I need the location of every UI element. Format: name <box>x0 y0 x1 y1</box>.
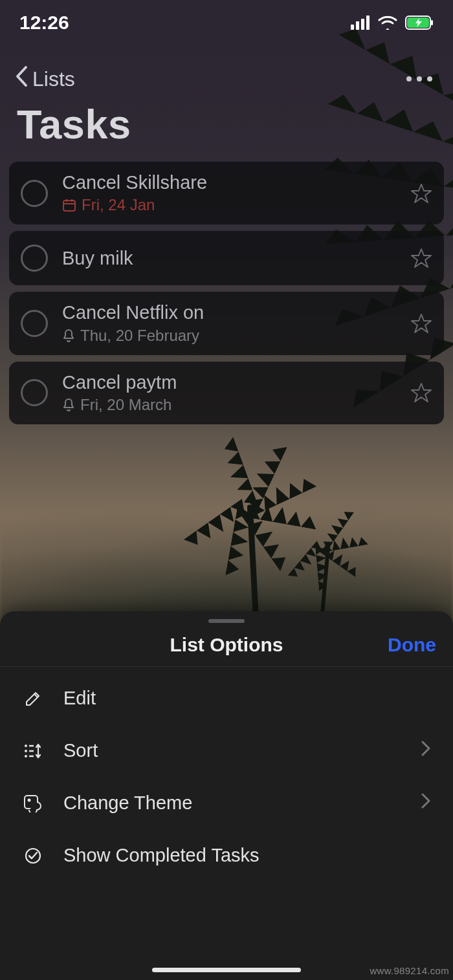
cellular-icon <box>351 16 370 30</box>
svg-rect-1 <box>356 21 359 30</box>
task-title: Cancel Skillshare <box>62 172 396 193</box>
nav-header: Lists <box>0 61 453 96</box>
page-title: Tasks <box>17 101 131 147</box>
sheet-item-label: Sort <box>63 740 401 761</box>
task-meta: Thu, 20 February <box>62 327 396 345</box>
chevron-right-icon <box>421 792 431 814</box>
task-date: Fri, 24 Jan <box>82 196 155 214</box>
dot-icon <box>406 76 412 82</box>
sheet-header: List Options Done <box>0 623 453 667</box>
app-screen: 12:26 Lists Tasks <box>0 0 453 980</box>
sheet-item-label: Change Theme <box>63 792 401 814</box>
sheet-item-show-completed[interactable]: Show Completed Tasks <box>0 829 453 882</box>
theme-icon <box>22 794 44 812</box>
svg-point-13 <box>25 750 27 752</box>
sheet-item-sort[interactable]: Sort <box>0 724 453 777</box>
done-button[interactable]: Done <box>388 634 436 656</box>
task-row[interactable]: Cancel paytm Fri, 20 March <box>9 362 444 424</box>
task-list: Cancel Skillshare Fri, 24 Jan Buy milk <box>9 162 444 424</box>
back-button[interactable]: Lists <box>14 65 75 93</box>
svg-rect-2 <box>361 19 364 30</box>
chevron-right-icon <box>421 740 431 761</box>
task-title: Cancel Netflix on <box>62 302 396 323</box>
status-time: 12:26 <box>19 12 69 34</box>
calendar-icon <box>62 198 76 212</box>
task-row[interactable]: Cancel Skillshare Fri, 24 Jan <box>9 162 444 224</box>
task-checkbox[interactable] <box>21 245 48 272</box>
bell-icon <box>62 398 75 412</box>
sheet-items: Edit Sort Change Theme <box>0 667 453 887</box>
pencil-icon <box>22 690 44 708</box>
star-button[interactable] <box>410 182 432 204</box>
chevron-left-icon <box>14 65 28 93</box>
bell-icon <box>62 329 75 343</box>
task-checkbox[interactable] <box>21 379 48 406</box>
task-meta: Fri, 24 Jan <box>62 196 396 214</box>
dot-icon <box>417 76 422 82</box>
svg-rect-6 <box>431 20 433 25</box>
task-date: Thu, 20 February <box>80 327 199 345</box>
sheet-item-edit[interactable]: Edit <box>0 672 453 724</box>
status-bar: 12:26 <box>0 0 453 45</box>
battery-charging-icon <box>405 16 434 30</box>
task-title: Cancel paytm <box>62 372 396 393</box>
svg-rect-0 <box>351 25 354 30</box>
task-row[interactable]: Buy milk <box>9 231 444 285</box>
check-circle-icon <box>22 847 44 865</box>
task-row[interactable]: Cancel Netflix on Thu, 20 February <box>9 292 444 354</box>
task-checkbox[interactable] <box>21 180 48 207</box>
svg-point-19 <box>28 798 31 801</box>
svg-rect-7 <box>63 201 75 211</box>
sheet-item-label: Show Completed Tasks <box>63 845 431 866</box>
star-button[interactable] <box>410 247 432 269</box>
task-meta: Fri, 20 March <box>62 396 396 414</box>
svg-point-12 <box>25 745 27 747</box>
task-checkbox[interactable] <box>21 310 48 337</box>
task-date: Fri, 20 March <box>80 396 171 414</box>
star-button[interactable] <box>410 312 432 334</box>
sheet-title: List Options <box>170 634 283 656</box>
svg-rect-3 <box>366 16 370 30</box>
task-title: Buy milk <box>62 248 396 269</box>
star-button[interactable] <box>410 382 432 404</box>
status-right <box>351 16 434 30</box>
list-options-sheet: List Options Done Edit Sort <box>0 611 453 980</box>
dot-icon <box>427 76 432 82</box>
back-label: Lists <box>32 67 75 91</box>
sort-icon <box>22 743 44 759</box>
wifi-icon <box>378 16 397 30</box>
sheet-item-change-theme[interactable]: Change Theme <box>0 777 453 829</box>
sheet-item-label: Edit <box>63 688 431 709</box>
svg-point-14 <box>25 755 27 757</box>
home-indicator[interactable] <box>152 968 301 972</box>
more-menu-button[interactable] <box>400 70 439 88</box>
watermark: www.989214.com <box>370 965 449 976</box>
